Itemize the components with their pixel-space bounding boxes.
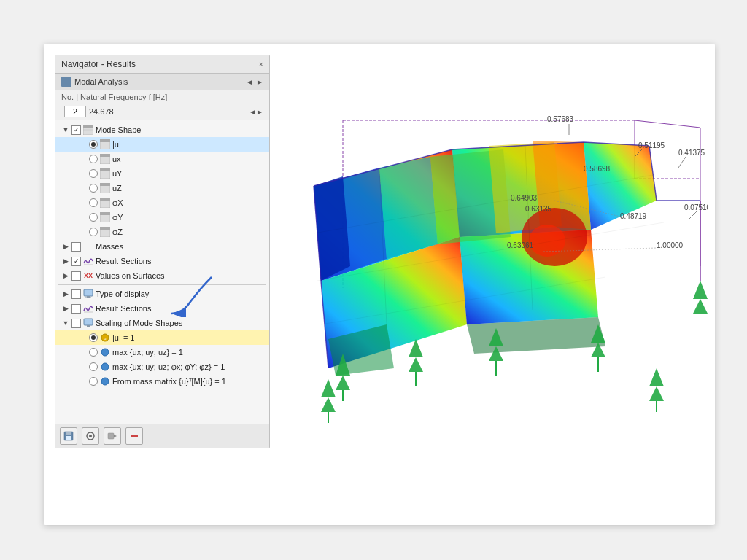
- tree-scale-mass[interactable]: From mass matrix {u}ᵀ[M]{u} = 1: [55, 374, 269, 389]
- u-abs-radio[interactable]: [89, 140, 98, 149]
- svg-rect-30: [66, 432, 71, 435]
- result-sections-bot-icon: [83, 303, 93, 314]
- scaling-icon: [83, 318, 93, 328]
- px-expand: [79, 198, 88, 207]
- analysis-prev[interactable]: ◄: [246, 78, 253, 86]
- analysis-bar: Modal Analysis ◄ ►: [55, 74, 269, 90]
- masses-checkbox[interactable]: [71, 242, 81, 252]
- frequency-row: No. | Natural Frequency f [Hz]: [55, 90, 269, 104]
- type-display-expand[interactable]: [61, 289, 70, 298]
- scaling-expand[interactable]: [61, 319, 70, 327]
- nav-title-bar: Navigator - Results ×: [55, 55, 269, 74]
- ux-icon: [100, 154, 110, 164]
- tree-uz[interactable]: uZ: [55, 181, 269, 195]
- tree-pz[interactable]: φZ: [55, 225, 269, 239]
- scale-max-all-label: max {ux; uy; uz; φx; φY; φz} = 1: [112, 362, 225, 371]
- mode-shape-checkbox[interactable]: [71, 125, 81, 135]
- tree-px[interactable]: φX: [55, 195, 269, 210]
- pz-radio[interactable]: [89, 228, 98, 236]
- scale-max-all-icon: [100, 362, 110, 372]
- py-icon: [100, 212, 110, 222]
- scale-mass-label: From mass matrix {u}ᵀ[M]{u} = 1: [112, 377, 226, 386]
- tree-scale-max-xyz[interactable]: max {ux; uy; uz} = 1: [55, 345, 269, 359]
- result-sections-top-icon: [83, 256, 93, 266]
- nav-title: Navigator - Results: [61, 59, 136, 69]
- tree-result-sections-top[interactable]: Result Sections: [55, 254, 269, 268]
- freq-prev[interactable]: ◄: [249, 108, 256, 116]
- svg-rect-6: [100, 154, 110, 157]
- pz-icon: [100, 227, 110, 237]
- tree-mode-shape[interactable]: Mode Shape: [55, 122, 269, 137]
- scale-max-xyz-radio[interactable]: [89, 348, 98, 357]
- result-sections-top-expand[interactable]: [61, 257, 70, 265]
- values-surfaces-expand[interactable]: [61, 271, 70, 280]
- svg-rect-34: [108, 433, 114, 439]
- svg-point-26: [101, 349, 109, 356]
- scale-u1-radio[interactable]: [89, 333, 98, 342]
- tree-ux[interactable]: ux: [55, 152, 269, 166]
- uy-expand: [79, 169, 88, 178]
- freq-label: No. | Natural Frequency f [Hz]: [61, 93, 167, 101]
- uy-radio[interactable]: [89, 169, 98, 178]
- tree-result-sections-bot[interactable]: Result Sections: [55, 301, 269, 316]
- toolbar-view-btn[interactable]: [82, 427, 99, 445]
- nav-close-btn[interactable]: ×: [259, 60, 263, 69]
- type-display-checkbox[interactable]: [71, 289, 81, 299]
- tree-scaling[interactable]: Scaling of Mode Shapes: [55, 316, 269, 330]
- freq-no-input[interactable]: [64, 106, 86, 117]
- tree-uy[interactable]: uY: [55, 166, 269, 181]
- svg-text:0.41375: 0.41375: [678, 149, 705, 157]
- u-abs-label: |u|: [112, 140, 121, 149]
- tree-scale-u1[interactable]: u |u| = 1: [55, 330, 269, 345]
- uz-radio[interactable]: [89, 184, 98, 192]
- scale-max-xyz-label: max {ux; uy; uz} = 1: [112, 348, 183, 357]
- uz-icon: [100, 183, 110, 193]
- svg-rect-18: [84, 289, 93, 296]
- separator: [58, 284, 266, 285]
- svg-rect-22: [84, 319, 93, 325]
- values-surfaces-checkbox[interactable]: [71, 271, 81, 281]
- mode-shape-expand[interactable]: [61, 125, 70, 134]
- svg-point-27: [101, 363, 109, 370]
- freq-value: 24.678: [89, 107, 114, 116]
- uz-label: uZ: [112, 184, 122, 192]
- scaling-checkbox[interactable]: [71, 319, 81, 328]
- toolbar-record-btn[interactable]: [104, 427, 121, 445]
- masses-expand[interactable]: [61, 242, 70, 251]
- svg-text:u: u: [104, 336, 106, 341]
- px-radio[interactable]: [89, 198, 98, 207]
- tree-py[interactable]: φY: [55, 210, 269, 225]
- py-radio[interactable]: [89, 213, 98, 222]
- result-sections-bot-expand[interactable]: [61, 304, 70, 313]
- tree-content[interactable]: Mode Shape |u| ux: [55, 120, 269, 424]
- ux-radio[interactable]: [89, 155, 98, 163]
- tree-masses[interactable]: Masses: [55, 239, 269, 254]
- toolbar-save-btn[interactable]: [60, 427, 77, 445]
- svg-rect-14: [100, 212, 110, 215]
- u-abs-expand: [79, 140, 88, 149]
- result-sections-top-label: Result Sections: [96, 257, 151, 265]
- svg-text:0.63061: 0.63061: [507, 241, 534, 249]
- scale-mass-icon: [100, 376, 110, 386]
- analysis-next[interactable]: ►: [256, 78, 263, 86]
- freq-next[interactable]: ►: [256, 108, 263, 116]
- tree-type-display[interactable]: Type of display: [55, 287, 269, 301]
- tree-u-abs[interactable]: |u|: [55, 137, 269, 152]
- tree-scale-max-all[interactable]: max {ux; uy; uz; φx; φY; φz} = 1: [55, 359, 269, 374]
- uz-expand: [79, 184, 88, 192]
- svg-text:1.00000: 1.00000: [657, 241, 684, 249]
- navigator-panel: Navigator - Results × Modal Analysis ◄ ►…: [55, 55, 270, 448]
- pz-expand: [79, 228, 88, 236]
- scale-mass-radio[interactable]: [89, 377, 98, 386]
- scale-u1-icon: u: [100, 332, 110, 343]
- result-sections-top-checkbox[interactable]: [71, 257, 81, 266]
- analysis-label: Modal Analysis: [74, 77, 243, 86]
- svg-text:0.51195: 0.51195: [638, 141, 665, 149]
- toolbar-line-btn[interactable]: [125, 427, 143, 445]
- svg-rect-12: [100, 198, 110, 201]
- svg-rect-4: [100, 139, 110, 142]
- scale-max-all-radio[interactable]: [89, 362, 98, 371]
- u-abs-icon: [100, 139, 110, 149]
- result-sections-bot-checkbox[interactable]: [71, 304, 81, 314]
- tree-values-surfaces[interactable]: XX Values on Surfaces: [55, 268, 269, 283]
